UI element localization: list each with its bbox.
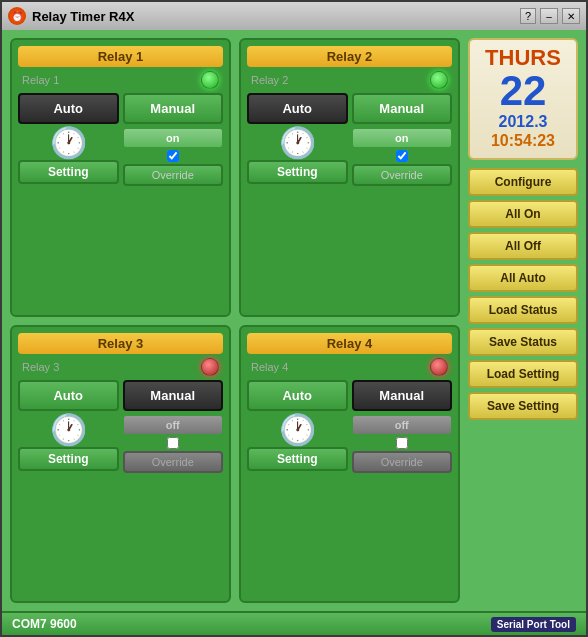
app-icon: ⏰: [8, 7, 26, 25]
relay-4-clock-area: 🕐 Setting: [247, 415, 348, 471]
relay-card-3: Relay 3 Relay 3 Auto Manual 🕐 Setting of…: [10, 325, 231, 604]
relay-4-status-row: Relay 4: [247, 358, 452, 376]
relay-2-override-area: on Override: [352, 128, 453, 186]
relay-3-checkbox-row: [123, 437, 224, 449]
relay-1-toggle[interactable]: on: [123, 128, 224, 148]
date-display: 22: [476, 70, 570, 112]
serial-tool-badge: Serial Port Tool: [491, 617, 576, 632]
relay-1-buttons: Auto Manual: [18, 93, 223, 124]
relay-2-status-row: Relay 2: [247, 71, 452, 89]
title-text: Relay Timer R4X: [32, 9, 514, 24]
relay-3-title: Relay 3: [18, 333, 223, 354]
relay-2-setting-button[interactable]: Setting: [247, 160, 348, 184]
relay-3-setting-button[interactable]: Setting: [18, 447, 119, 471]
relay-3-led: [201, 358, 219, 376]
relay-2-label: Relay 2: [251, 74, 288, 86]
relay-3-status-row: Relay 3: [18, 358, 223, 376]
relay-3-clock-icon: 🕐: [50, 415, 87, 445]
relay-4-setting-button[interactable]: Setting: [247, 447, 348, 471]
window-controls: ? – ✕: [520, 8, 580, 24]
relay-3-buttons: Auto Manual: [18, 380, 223, 411]
relay-4-override-area: off Override: [352, 415, 453, 473]
relay-4-label: Relay 4: [251, 361, 288, 373]
relay-2-title: Relay 2: [247, 46, 452, 67]
close-button[interactable]: ✕: [562, 8, 580, 24]
relay-3-clock-area: 🕐 Setting: [18, 415, 119, 471]
datetime-box: THURS 22 2012.3 10:54:23: [468, 38, 578, 160]
relay-1-title: Relay 1: [18, 46, 223, 67]
relay-2-override-button[interactable]: Override: [352, 164, 453, 186]
relay-4-toggle[interactable]: off: [352, 415, 453, 435]
relay-1-checkbox[interactable]: [167, 150, 179, 162]
all-auto-button[interactable]: All Auto: [468, 264, 578, 292]
relay-4-override-button[interactable]: Override: [352, 451, 453, 473]
time-display: 10:54:23: [476, 131, 570, 152]
relay-1-clock-area: 🕐 Setting: [18, 128, 119, 184]
relay-2-toggle[interactable]: on: [352, 128, 453, 148]
relay-3-override-area: off Override: [123, 415, 224, 473]
relay-card-1: Relay 1 Relay 1 Auto Manual 🕐 Setting on: [10, 38, 231, 317]
relay-4-led: [430, 358, 448, 376]
all-on-button[interactable]: All On: [468, 200, 578, 228]
relay-3-auto-button[interactable]: Auto: [18, 380, 119, 411]
configure-button[interactable]: Configure: [468, 168, 578, 196]
relay-2-manual-button[interactable]: Manual: [352, 93, 453, 124]
load-status-button[interactable]: Load Status: [468, 296, 578, 324]
save-setting-button[interactable]: Save Setting: [468, 392, 578, 420]
relay-2-checkbox-row: [352, 150, 453, 162]
title-bar: ⏰ Relay Timer R4X ? – ✕: [2, 2, 586, 30]
relays-grid: Relay 1 Relay 1 Auto Manual 🕐 Setting on: [10, 38, 460, 603]
relay-2-clock-area: 🕐 Setting: [247, 128, 348, 184]
relay-3-manual-button[interactable]: Manual: [123, 380, 224, 411]
relay-1-override-area: on Override: [123, 128, 224, 186]
help-button[interactable]: ?: [520, 8, 536, 24]
relay-2-led: [430, 71, 448, 89]
port-status: COM7 9600: [12, 617, 77, 631]
relay-1-led: [201, 71, 219, 89]
load-setting-button[interactable]: Load Setting: [468, 360, 578, 388]
relay-4-manual-button[interactable]: Manual: [352, 380, 453, 411]
relay-1-auto-button[interactable]: Auto: [18, 93, 119, 124]
relay-3-override-button[interactable]: Override: [123, 451, 224, 473]
relay-4-bottom: 🕐 Setting off Override: [247, 415, 452, 473]
relay-1-checkbox-row: [123, 150, 224, 162]
relay-1-setting-button[interactable]: Setting: [18, 160, 119, 184]
relay-4-auto-button[interactable]: Auto: [247, 380, 348, 411]
all-off-button[interactable]: All Off: [468, 232, 578, 260]
relay-4-buttons: Auto Manual: [247, 380, 452, 411]
relay-2-clock-icon: 🕐: [279, 128, 316, 158]
relay-1-override-button[interactable]: Override: [123, 164, 224, 186]
status-bar: COM7 9600 Serial Port Tool: [2, 611, 586, 635]
relay-2-auto-button[interactable]: Auto: [247, 93, 348, 124]
main-window: ⏰ Relay Timer R4X ? – ✕ Relay 1 Relay 1 …: [0, 0, 588, 637]
relay-1-clock-icon: 🕐: [50, 128, 87, 158]
relay-1-status-row: Relay 1: [18, 71, 223, 89]
relay-4-checkbox[interactable]: [396, 437, 408, 449]
relay-4-title: Relay 4: [247, 333, 452, 354]
relay-card-2: Relay 2 Relay 2 Auto Manual 🕐 Setting on: [239, 38, 460, 317]
relay-3-toggle[interactable]: off: [123, 415, 224, 435]
relay-card-4: Relay 4 Relay 4 Auto Manual 🕐 Setting of…: [239, 325, 460, 604]
minimize-button[interactable]: –: [540, 8, 558, 24]
year-month-display: 2012.3: [476, 112, 570, 131]
relay-3-checkbox[interactable]: [167, 437, 179, 449]
relay-3-label: Relay 3: [22, 361, 59, 373]
relay-3-bottom: 🕐 Setting off Override: [18, 415, 223, 473]
relay-4-clock-icon: 🕐: [279, 415, 316, 445]
relay-1-bottom: 🕐 Setting on Override: [18, 128, 223, 186]
save-status-button[interactable]: Save Status: [468, 328, 578, 356]
main-content: Relay 1 Relay 1 Auto Manual 🕐 Setting on: [2, 30, 586, 611]
relay-2-checkbox[interactable]: [396, 150, 408, 162]
relay-1-label: Relay 1: [22, 74, 59, 86]
relay-2-buttons: Auto Manual: [247, 93, 452, 124]
relay-4-checkbox-row: [352, 437, 453, 449]
relay-1-manual-button[interactable]: Manual: [123, 93, 224, 124]
side-panel: THURS 22 2012.3 10:54:23 Configure All O…: [468, 38, 578, 603]
relay-2-bottom: 🕐 Setting on Override: [247, 128, 452, 186]
